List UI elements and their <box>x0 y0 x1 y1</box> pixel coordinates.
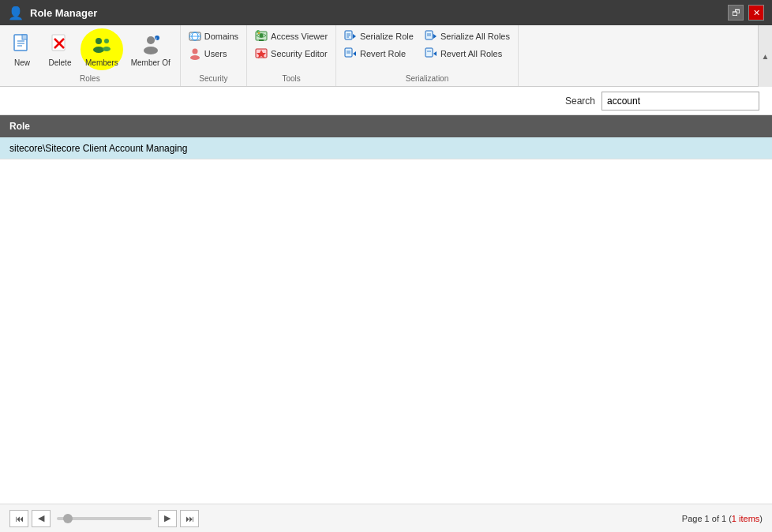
tools-group-label: Tools <box>247 74 335 83</box>
revert-role-button[interactable]: Revert Role <box>341 46 417 62</box>
new-button[interactable]: New <box>5 28 39 70</box>
svg-point-11 <box>103 47 111 51</box>
svg-rect-42 <box>425 48 433 57</box>
last-page-button[interactable]: ⏭ <box>180 510 199 527</box>
serialize-all-roles-button[interactable]: Serialize All Roles <box>422 28 513 44</box>
title-bar-controls: 🗗 ✕ <box>728 5 764 21</box>
new-icon <box>9 32 35 57</box>
svg-point-9 <box>93 47 104 53</box>
svg-marker-37 <box>353 51 356 56</box>
svg-text:🔒: 🔒 <box>257 31 260 34</box>
users-icon <box>189 47 201 60</box>
member-of-button-label: Member Of <box>131 58 171 67</box>
app-window: 👤 Role Manager 🗗 ✕ <box>0 0 772 532</box>
slider-handle[interactable] <box>63 514 73 523</box>
svg-marker-33 <box>353 34 356 39</box>
ribbon-group-serialization: Serialize Role Revert Role <box>336 25 519 86</box>
member-of-button[interactable]: i Member Of <box>126 28 175 70</box>
svg-rect-34 <box>345 48 352 57</box>
delete-button-label: Delete <box>49 58 72 67</box>
revert-role-icon <box>344 47 357 60</box>
app-icon: 👤 <box>8 6 24 21</box>
access-viewer-icon: 🔒 <box>255 30 268 43</box>
member-of-icon: i <box>138 32 163 57</box>
title-bar-left: 👤 Role Manager <box>8 6 97 21</box>
role-value: sitecore\Sitecore Client Account Managin… <box>9 143 187 154</box>
pagination-left: ⏮ ◀ ▶ ⏭ <box>9 510 199 527</box>
search-label: Search <box>565 96 595 107</box>
search-bar: Search <box>0 87 772 115</box>
svg-point-23 <box>260 34 264 38</box>
security-group-label: Security <box>181 74 246 83</box>
svg-point-10 <box>104 39 109 43</box>
prev-page-button[interactable]: ◀ <box>32 510 51 527</box>
svg-rect-1 <box>22 35 27 39</box>
roles-group-label: Roles <box>0 74 180 83</box>
delete-button[interactable]: Delete <box>43 28 77 70</box>
title-bar: 👤 Role Manager 🗗 ✕ <box>0 0 772 25</box>
ribbon-collapse-button[interactable]: ▲ <box>758 25 772 87</box>
ribbon-group-tools: 🔒 Access Viewer Security Editor Tools <box>247 25 336 86</box>
first-page-button[interactable]: ⏮ <box>9 510 28 527</box>
security-editor-button[interactable]: Security Editor <box>252 46 331 62</box>
app-title: Role Manager <box>30 7 97 19</box>
members-icon <box>89 32 114 57</box>
main-content: Role sitecore\Sitecore Client Account Ma… <box>0 115 772 504</box>
table-header: Role <box>0 115 772 137</box>
serialize-all-roles-label: Serialize All Roles <box>440 32 510 41</box>
table-container: sitecore\Sitecore Client Account Managin… <box>0 137 772 504</box>
svg-point-13 <box>144 47 158 54</box>
svg-marker-41 <box>433 34 437 39</box>
serialize-all-roles-icon <box>425 30 437 43</box>
ribbon-group-security: Domains Users Security <box>181 25 247 86</box>
domains-icon <box>189 30 201 43</box>
new-button-label: New <box>14 58 30 67</box>
serialize-role-icon <box>344 30 357 43</box>
svg-point-8 <box>96 38 102 44</box>
next-page-button[interactable]: ▶ <box>158 510 177 527</box>
svg-marker-44 <box>433 51 437 56</box>
svg-point-12 <box>147 36 155 44</box>
users-label: Users <box>204 49 227 58</box>
security-editor-icon <box>255 47 268 60</box>
item-count: 1 items <box>732 514 759 523</box>
revert-all-roles-label: Revert All Roles <box>440 49 502 58</box>
access-viewer-label: Access Viewer <box>271 32 328 41</box>
revert-all-roles-icon <box>425 47 437 60</box>
svg-rect-38 <box>425 31 433 39</box>
restore-button[interactable]: 🗗 <box>728 5 744 21</box>
svg-rect-24 <box>259 39 264 41</box>
table-row[interactable]: sitecore\Sitecore Client Account Managin… <box>0 137 772 159</box>
page-slider[interactable] <box>57 517 152 520</box>
pagination-info: Page 1 of 1 (1 items) <box>682 514 763 523</box>
serialization-group-label: Serialization <box>336 74 518 83</box>
access-viewer-button[interactable]: 🔒 Access Viewer <box>252 28 331 44</box>
serialize-role-button[interactable]: Serialize Role <box>341 28 417 44</box>
members-button[interactable]: Members <box>81 28 123 70</box>
delete-icon <box>47 32 73 57</box>
members-button-label: Members <box>85 58 118 67</box>
svg-point-21 <box>190 55 200 60</box>
svg-point-20 <box>192 49 197 54</box>
serialize-role-label: Serialize Role <box>360 32 414 41</box>
domains-label: Domains <box>204 32 238 41</box>
revert-all-roles-button[interactable]: Revert All Roles <box>422 46 513 62</box>
security-editor-label: Security Editor <box>271 49 328 58</box>
revert-role-label: Revert Role <box>360 49 406 58</box>
close-button[interactable]: ✕ <box>748 5 764 21</box>
ribbon: New Delete <box>0 25 772 87</box>
svg-rect-29 <box>345 31 352 39</box>
ribbon-group-roles: New Delete <box>0 25 181 86</box>
search-input[interactable] <box>601 92 759 111</box>
users-button[interactable]: Users <box>186 46 230 62</box>
domains-button[interactable]: Domains <box>186 28 242 44</box>
role-column-header: Role <box>9 121 30 132</box>
pagination: ⏮ ◀ ▶ ⏭ Page 1 of 1 (1 items) <box>0 504 772 532</box>
